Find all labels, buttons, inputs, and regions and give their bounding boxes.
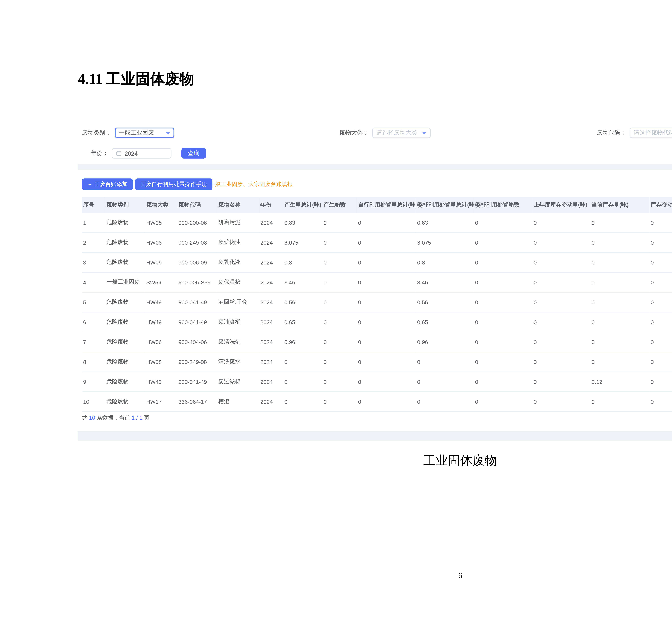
cell-year: 2024	[259, 352, 283, 372]
cell-self_disposed: 0	[357, 332, 416, 352]
cell-class: HW06	[145, 332, 177, 352]
cell-name: 废油漆桶	[217, 312, 259, 332]
cell-produced: 3.46	[283, 273, 322, 292]
column-header: 废物大类	[145, 197, 177, 213]
summary-text: 共	[82, 414, 89, 421]
column-header: 废物名称	[217, 197, 259, 213]
cell-boxes: 0	[322, 233, 357, 252]
cell-category: 危险废物	[105, 233, 145, 252]
chevron-down-icon	[165, 131, 170, 134]
table-row: 2危险废物HW08900-249-08废矿物油20243.075003.0750…	[82, 233, 672, 252]
cell-entrusted_boxes: 0	[474, 332, 532, 352]
cell-year: 2024	[259, 312, 283, 332]
cell-current_stock: 0	[590, 352, 649, 372]
cell-entrusted_boxes: 0	[474, 292, 532, 312]
cell-self_disposed: 0	[357, 233, 416, 252]
year-input[interactable]: 2024	[112, 148, 172, 158]
column-header: 自行利用处置量总计(吨)	[357, 197, 416, 213]
cell-entrusted_boxes: 0	[474, 312, 532, 332]
cell-entrusted: 3.075	[416, 233, 474, 252]
cell-name: 废乳化液	[217, 252, 259, 273]
cell-year: 2024	[259, 213, 283, 233]
cell-boxes: 0	[322, 332, 357, 352]
cell-entrusted_boxes: 0	[474, 273, 532, 292]
cell-entrusted: 0.83	[416, 213, 474, 233]
cell-code: 900-006-09	[177, 252, 217, 273]
column-header: 库存变动量(吨)	[649, 197, 672, 213]
cell-class: HW08	[145, 233, 177, 252]
waste-category-select[interactable]: 一般工业固废	[115, 128, 174, 138]
cell-year: 2024	[259, 292, 283, 312]
panel-divider	[78, 164, 672, 170]
cell-boxes: 0	[322, 273, 357, 292]
waste-code-placeholder: 请选择废物代码	[634, 129, 672, 137]
cell-last_year_change: 0	[532, 292, 590, 312]
add-ledger-button[interactable]: ＋ 固废台账添加	[82, 178, 133, 190]
cell-entrusted: 3.46	[416, 273, 474, 292]
cell-stock_change: 0	[649, 312, 672, 332]
table-header: 序号 废物类别 废物大类 废物代码 废物名称 年份 产生量总计(吨) 产生箱数 …	[82, 197, 672, 213]
cell-entrusted_boxes: 0	[474, 352, 532, 372]
table-body: 1危险废物HW08900-200-08研磨污泥20240.83000.83000…	[82, 213, 672, 412]
cell-current_stock: 0	[590, 312, 649, 332]
waste-category-label: 废物类别：	[82, 129, 111, 137]
cell-produced: 0.65	[283, 312, 322, 332]
filing-hint-text: 一般工业固废、大宗固废台账填报	[209, 178, 293, 190]
cell-category: 危险废物	[105, 213, 145, 233]
cell-entrusted: 0	[416, 392, 474, 412]
search-button[interactable]: 查询	[181, 148, 206, 158]
filter-waste-class: 废物大类： 请选择废物大类	[339, 128, 430, 138]
cell-boxes: 0	[322, 312, 357, 332]
cell-self_disposed: 0	[357, 213, 416, 233]
cell-current_stock: 0.12	[590, 372, 649, 392]
cell-seq: 2	[82, 233, 105, 252]
cell-entrusted: 0.56	[416, 292, 474, 312]
waste-class-select[interactable]: 请选择废物大类	[372, 128, 430, 138]
cell-entrusted: 0.96	[416, 332, 474, 352]
cell-current_stock: 0	[590, 273, 649, 292]
column-header: 年份	[259, 197, 283, 213]
cell-name: 油回丝,手套	[217, 292, 259, 312]
cell-current_stock: 0	[590, 252, 649, 273]
cell-name: 废矿物油	[217, 233, 259, 252]
cell-year: 2024	[259, 332, 283, 352]
cell-category: 危险废物	[105, 252, 145, 273]
table-row: 5危险废物HW49900-041-49油回丝,手套20240.56000.560…	[82, 292, 672, 312]
app-screenshot: 废物类别： 一般工业固废 废物大类： 请选择废物大类 废物代码： 请选择废物代码…	[78, 117, 672, 441]
cell-produced: 0.8	[283, 252, 322, 273]
cell-code: 900-041-49	[177, 312, 217, 332]
records-summary: 共 10 条数据，当前 1 / 1 页	[82, 412, 150, 423]
cell-boxes: 0	[322, 213, 357, 233]
cell-last_year_change: 0	[532, 332, 590, 352]
cell-current_stock: 0	[590, 233, 649, 252]
cell-seq: 5	[82, 292, 105, 312]
cell-year: 2024	[259, 273, 283, 292]
table-panel: ＋ 固废台账添加 固废自行利用处置操作手册 一般工业固废、大宗固废台账填报 导出	[78, 170, 672, 431]
cell-produced: 0	[283, 352, 322, 372]
column-header: 废物代码	[177, 197, 217, 213]
cell-last_year_change: 0	[532, 273, 590, 292]
cell-code: 900-041-49	[177, 372, 217, 392]
cell-class: HW49	[145, 292, 177, 312]
cell-last_year_change: 0	[532, 312, 590, 332]
cell-code: 900-006-S59	[177, 273, 217, 292]
cell-produced: 3.075	[283, 233, 322, 252]
cell-entrusted: 0.8	[416, 252, 474, 273]
disposal-manual-button[interactable]: 固废自行利用处置操作手册	[135, 178, 213, 190]
calendar-icon	[116, 150, 122, 156]
cell-current_stock: 0	[590, 292, 649, 312]
cell-code: 900-200-08	[177, 213, 217, 233]
cell-last_year_change: 0	[532, 213, 590, 233]
cell-code: 336-064-17	[177, 392, 217, 412]
cell-seq: 7	[82, 332, 105, 352]
cell-stock_change: 0	[649, 392, 672, 412]
cell-entrusted_boxes: 0	[474, 252, 532, 273]
waste-code-label: 废物代码：	[597, 129, 626, 137]
cell-self_disposed: 0	[357, 392, 416, 412]
cell-seq: 6	[82, 312, 105, 332]
table-footer: 共 10 条数据，当前 1 / 1 页 10条/页 ‹ 1 › 前往 1 页	[78, 412, 672, 423]
cell-stock_change: 0	[649, 252, 672, 273]
waste-code-select[interactable]: 请选择废物代码	[629, 128, 672, 138]
document-page: 4.11 工业固体废物 废物类别： 一般工业固废 废物大类： 请选择废物大类 废…	[0, 0, 672, 640]
waste-class-label: 废物大类：	[339, 129, 369, 137]
